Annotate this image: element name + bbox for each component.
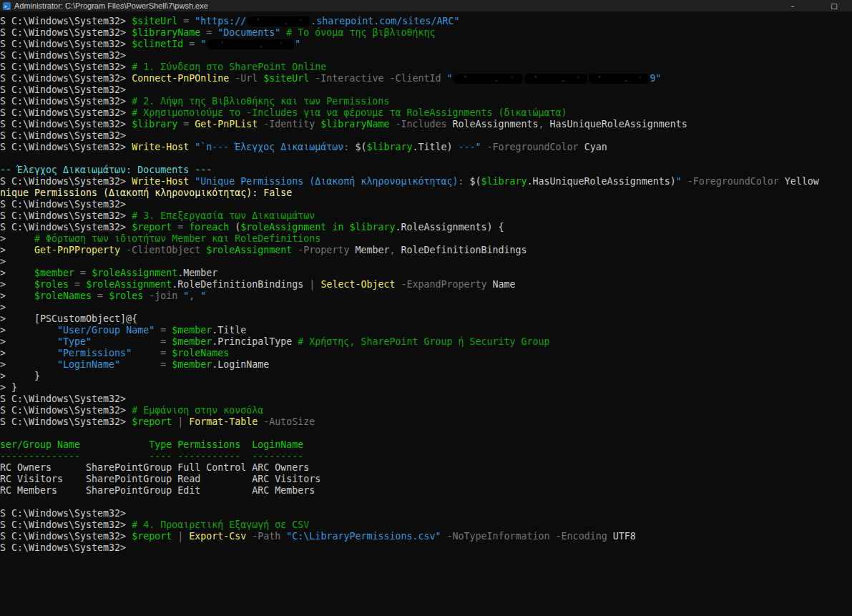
terminal-line: >> "User/Group Name" = $member.Title <box>0 325 852 336</box>
terminal-line: ARC Members SharePointGroup Edit ARC Mem… <box>0 485 852 497</box>
token: PS C:\Windows\System32> <box>0 222 132 233</box>
token: # Χρησιμοποιούμε το -Includes για να φέρ… <box>132 107 567 118</box>
token: >> <box>0 302 6 313</box>
token: $report <box>132 416 172 427</box>
terminal-line: PS C:\Windows\System32> $report = foreac… <box>0 222 852 233</box>
token: ", " <box>183 290 206 301</box>
terminal-line: >> "Type" = $member.PrincipalType # Χρήσ… <box>0 336 852 348</box>
token: = <box>74 268 92 278</box>
token: PS C:\Windows\System32> <box>0 27 132 38</box>
terminal[interactable]: PS C:\Windows\System32> $siteUrl = "http… <box>0 11 852 616</box>
token: -Interactive -ClientId <box>309 73 446 84</box>
window-title: Administrator: C:\Program Files\PowerShe… <box>14 1 208 10</box>
token: >> <box>0 325 57 336</box>
token: -ForegroundColor <box>682 176 785 187</box>
token: $report <box>132 222 172 233</box>
token: $clinetId <box>132 39 183 49</box>
token: -ClientObject <box>120 245 206 255</box>
token: PS C:\Windows\System32> <box>0 542 126 553</box>
token: >> } <box>0 382 17 393</box>
minimize-button[interactable]: – <box>772 0 813 11</box>
token: $siteUrl <box>263 73 309 84</box>
terminal-line: >> <box>0 302 852 313</box>
token: PS C:\Windows\System32> <box>0 519 132 530</box>
token: "Documents" <box>217 27 280 38</box>
token: >> <box>0 256 6 267</box>
token: $roles <box>34 279 69 290</box>
token: >> <box>0 245 34 255</box>
terminal-line: >> "LoginName" = $member.LoginName <box>0 359 852 371</box>
token: .LoginName <box>212 359 269 370</box>
terminal-line <box>0 428 852 439</box>
terminal-line <box>0 497 852 508</box>
token: = <box>120 359 172 370</box>
token: "LoginName" <box>57 359 120 370</box>
token: PS C:\Windows\System32> <box>0 531 132 542</box>
token: Unique Permissions (Διακοπή κληρονομικότ… <box>0 187 292 198</box>
token: "`n--- Έλεγχος Δικαιωμάτων: <box>195 142 355 152</box>
token: $libraryName <box>320 119 389 129</box>
token: >> <box>0 348 57 358</box>
token: $roleNames <box>172 348 229 358</box>
token: .RoleAssignments) { <box>395 222 504 233</box>
token: $( <box>469 176 481 187</box>
token: $member <box>172 359 212 370</box>
redaction-scribble <box>589 74 649 84</box>
token: PS C:\Windows\System32> <box>0 39 132 49</box>
terminal-line: PS C:\Windows\System32> # 1. Σύνδεση στο… <box>0 62 852 73</box>
token: -ExpandProperty <box>395 279 492 290</box>
token: RoleAssignments <box>452 119 538 129</box>
token: "Permissions" <box>57 348 132 358</box>
token: "Type" <box>57 336 92 347</box>
maximize-button[interactable]: □ <box>813 0 852 11</box>
terminal-line: PS C:\Windows\System32> # 3. Επεξεργασία… <box>0 210 852 222</box>
terminal-line: PS C:\Windows\System32> Write-Host "`n--… <box>0 142 852 153</box>
terminal-line: >> Get-PnPProperty -ClientObject $roleAs… <box>0 245 852 256</box>
token: ARC Members SharePointGroup Edit ARC Mem… <box>0 485 315 496</box>
token: >> <box>0 268 34 278</box>
token: "User/Group Name" <box>57 325 155 336</box>
token: # 1. Σύνδεση στο SharePoint Online <box>132 62 326 72</box>
token: # Φόρτωση των ιδιοτήτων Member και RoleD… <box>34 233 320 244</box>
terminal-line: PS C:\Windows\System32> # 2. Λήψη της Βι… <box>0 96 852 107</box>
token: -ForegroundColor <box>481 142 584 152</box>
title-bar[interactable]: >_ Administrator: C:\Program Files\Power… <box>0 0 852 11</box>
terminal-line: PS C:\Windows\System32> Write-Host "Uniq… <box>0 176 852 187</box>
terminal-line: PS C:\Windows\System32> <box>0 50 852 62</box>
token <box>172 416 177 427</box>
token: $member <box>172 325 212 336</box>
token: Write-Host <box>132 142 189 152</box>
token: "https:// <box>195 16 246 26</box>
token: $roleNames <box>34 290 92 301</box>
token: -Identity <box>258 119 320 129</box>
token: Yellow <box>785 176 819 187</box>
token: Get-PnPList <box>195 119 258 129</box>
terminal-line: PS C:\Windows\System32> $report | Export… <box>0 531 852 542</box>
terminal-line: ARC Owners SharePointGroup Full Control … <box>0 462 852 474</box>
token: PS C:\Windows\System32> <box>0 96 132 107</box>
token: .Title <box>212 325 246 336</box>
powershell-window: >_ Administrator: C:\Program Files\Power… <box>0 0 852 616</box>
terminal-line: PS C:\Windows\System32> <box>0 508 852 519</box>
token: "C:\LibraryPermissions.csv" <box>286 531 441 542</box>
token: RoleDefinitionBindings <box>395 245 527 255</box>
token: # Το όνομα της βιβλιοθήκης <box>286 27 435 38</box>
token: .sharepoint.com/sites/ARC" <box>310 16 459 26</box>
terminal-line: PS C:\Windows\System32> # Χρησιμοποιούμε… <box>0 107 852 119</box>
terminal-line: >> <box>0 256 852 268</box>
token: $library <box>349 222 395 233</box>
token: ARC Owners SharePointGroup Full Control … <box>0 462 309 473</box>
terminal-line: >> $roleNames = $roles -join ", " <box>0 290 852 302</box>
terminal-line: --------------- ---- ----------- -------… <box>0 451 852 462</box>
token: " <box>200 39 206 49</box>
terminal-line: --- Έλεγχος Δικαιωμάτων: Documents --- <box>0 165 852 176</box>
token: = <box>69 279 86 290</box>
terminal-line: >> # Φόρτωση των ιδιοτήτων Member και Ro… <box>0 233 852 245</box>
token: PS C:\Windows\System32> <box>0 107 132 118</box>
token: Export-Csv <box>189 531 246 542</box>
token: " <box>446 73 452 84</box>
terminal-line: ARC Visitors SharePointGroup Read ARC Vi… <box>0 474 852 485</box>
token: = <box>172 222 189 233</box>
token: , <box>539 119 544 129</box>
token: >> <box>0 279 34 290</box>
